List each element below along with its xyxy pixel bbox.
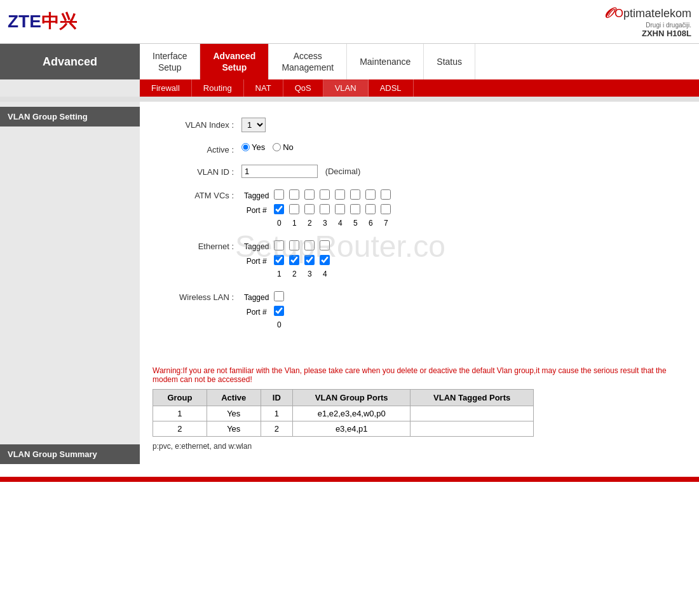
- summary-table: Group Active ID VLAN Group Ports VLAN Ta…: [153, 389, 534, 437]
- atm-tagged-1[interactable]: [289, 189, 299, 200]
- eth-tagged-2[interactable]: [289, 240, 299, 250]
- tab-interface-setup[interactable]: InterfaceSetup: [140, 44, 200, 79]
- atm-tagged-5[interactable]: [350, 189, 360, 200]
- atm-tagged-3[interactable]: [320, 189, 330, 200]
- warning-text: Warning:If you are not familiar with the…: [153, 366, 686, 384]
- wireless-table: Tagged Port # 0: [241, 290, 287, 331]
- wireless-label: Wireless LAN :: [153, 290, 241, 302]
- wlan-tagged-0[interactable]: [274, 291, 284, 301]
- active-control: Yes No: [241, 142, 686, 152]
- atm-vcs-row: ATM VCs : Tagged: [153, 188, 686, 229]
- note-text: p:pvc, e:ethernet, and w:wlan: [153, 442, 686, 451]
- optima-o: 𝒪: [604, 5, 612, 22]
- col-vlan-group-ports: VLAN Group Ports: [293, 390, 411, 406]
- atm-vcs-label: ATM VCs :: [153, 188, 241, 200]
- eth-port-label: Port #: [241, 254, 271, 268]
- wlan-port-num-0: 0: [271, 319, 287, 331]
- optima-subtitle: Drugi i drugačiji.: [604, 22, 691, 29]
- row2-group-ports: e3,e4,p1: [293, 421, 411, 437]
- atm-port-7[interactable]: [381, 204, 391, 214]
- col-id: ID: [261, 390, 292, 406]
- vlan-id-label: VLAN ID :: [153, 165, 241, 177]
- atm-port-5[interactable]: [350, 204, 360, 214]
- active-yes-radio[interactable]: [241, 143, 250, 151]
- eth-port-2[interactable]: [289, 255, 299, 265]
- main-content: SetupRouter.co VLAN Index : 1 2 3 Active…: [140, 102, 699, 464]
- active-no-label[interactable]: No: [273, 142, 294, 152]
- vlan-group-summary-section: Warning:If you are not familiar with the…: [153, 366, 686, 451]
- eth-port-3[interactable]: [304, 255, 315, 265]
- sub-nav-vlan[interactable]: VLAN: [323, 79, 369, 97]
- wlan-port-0[interactable]: [274, 306, 284, 316]
- optima-name: Optimatelekom: [614, 7, 691, 20]
- active-row: Active : Yes No: [153, 142, 686, 154]
- atm-port-6[interactable]: [365, 204, 376, 214]
- atm-port-2[interactable]: [304, 204, 315, 214]
- sub-nav-adsl[interactable]: ADSL: [369, 79, 414, 97]
- atm-tagged-label: Tagged: [241, 188, 271, 203]
- tab-status[interactable]: Status: [424, 44, 475, 79]
- vlan-group-setting-form: VLAN Index : 1 2 3 Active : Yes: [153, 111, 686, 353]
- sub-nav-qos[interactable]: QoS: [283, 79, 323, 97]
- page-header: ZTE 中兴 𝒪 Optimatelekom Drugi i drugačiji…: [0, 0, 699, 44]
- nav-left-label: Advanced: [0, 44, 140, 79]
- sub-nav: Firewall Routing NAT QoS VLAN ADSL: [140, 79, 699, 97]
- active-no-radio[interactable]: [273, 143, 281, 151]
- atm-tagged-2[interactable]: [304, 189, 315, 200]
- vlan-index-control: 1 2 3: [241, 118, 686, 132]
- sidebar-vlan-group-setting: VLAN Group Setting: [0, 107, 140, 127]
- atm-port-4[interactable]: [335, 204, 345, 214]
- atm-port-1[interactable]: [289, 204, 299, 214]
- eth-port-row: Port #: [241, 254, 332, 268]
- active-yes-label[interactable]: Yes: [241, 142, 265, 152]
- eth-tagged-1[interactable]: [274, 240, 284, 250]
- wlan-tagged-row: Tagged: [241, 290, 287, 305]
- row2-tagged-ports: [411, 421, 534, 437]
- atm-port-0[interactable]: [274, 204, 284, 214]
- tab-advanced-setup[interactable]: AdvancedSetup: [200, 44, 269, 79]
- atm-port-num-2: 2: [302, 217, 317, 229]
- sub-nav-firewall[interactable]: Firewall: [140, 79, 192, 97]
- atm-vcs-control: Tagged Port #: [241, 188, 686, 229]
- tab-maintenance[interactable]: Maintenance: [347, 44, 424, 79]
- sub-nav-nat[interactable]: NAT: [244, 79, 283, 97]
- sub-nav-routing[interactable]: Routing: [192, 79, 244, 97]
- col-active: Active: [207, 390, 261, 406]
- eth-port-4[interactable]: [320, 255, 330, 265]
- atm-tagged-0[interactable]: [274, 189, 284, 200]
- header-right: 𝒪 Optimatelekom Drugi i drugačiji. ZXHN …: [604, 5, 691, 38]
- ethernet-control: Tagged Port #: [241, 239, 686, 280]
- vlan-id-input[interactable]: [241, 165, 318, 178]
- ethernet-label: Ethernet :: [153, 239, 241, 251]
- eth-tagged-4[interactable]: [320, 240, 330, 250]
- atm-port-num-4: 4: [332, 217, 348, 229]
- eth-port-1[interactable]: [274, 255, 284, 265]
- vlan-index-label: VLAN Index :: [153, 118, 241, 130]
- atm-tagged-7[interactable]: [381, 189, 391, 200]
- atm-tagged-row: Tagged: [241, 188, 393, 203]
- row1-group-ports: e1,e2,e3,e4,w0,p0: [293, 406, 411, 421]
- vlan-index-select[interactable]: 1 2 3: [241, 118, 266, 132]
- active-yes-text: Yes: [252, 142, 265, 152]
- row1-tagged-ports: [411, 406, 534, 421]
- logo: ZTE 中兴: [8, 10, 77, 34]
- eth-tagged-3[interactable]: [304, 240, 315, 250]
- wlan-port-row: Port #: [241, 305, 287, 319]
- atm-port-num-0: 0: [271, 217, 287, 229]
- vlan-id-row: VLAN ID : (Decimal): [153, 165, 686, 178]
- eth-port-numbers-row: 1 2 3 4: [241, 268, 332, 280]
- atm-port-label: Port #: [241, 203, 271, 217]
- sidebar: VLAN Group Setting VLAN Group Summary: [0, 102, 140, 464]
- vlan-index-row: VLAN Index : 1 2 3: [153, 118, 686, 132]
- summary-table-head: Group Active ID VLAN Group Ports VLAN Ta…: [153, 390, 534, 406]
- eth-port-num-3: 3: [302, 268, 317, 280]
- wlan-tagged-label: Tagged: [241, 290, 271, 305]
- wlan-port-label: Port #: [241, 305, 271, 319]
- atm-tagged-4[interactable]: [335, 189, 345, 200]
- atm-port-num-1: 1: [287, 217, 302, 229]
- ethernet-row: Ethernet : Tagged Port #: [153, 239, 686, 280]
- atm-tagged-6[interactable]: [365, 189, 376, 200]
- atm-port-3[interactable]: [320, 204, 330, 214]
- tab-access-management[interactable]: AccessManagement: [269, 44, 347, 79]
- active-label: Active :: [153, 142, 241, 154]
